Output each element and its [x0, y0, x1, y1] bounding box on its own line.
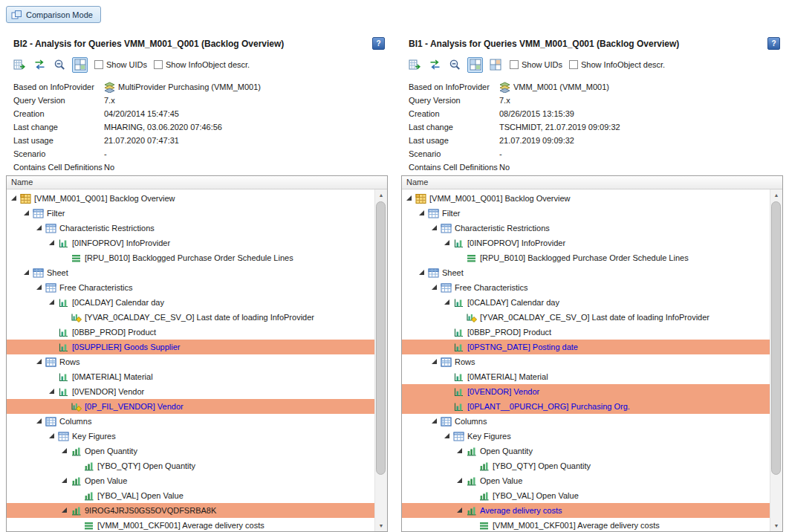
- tree-node[interactable]: Characteristic Restrictions: [402, 221, 770, 236]
- checkbox-box[interactable]: [94, 60, 103, 69]
- expander-icon[interactable]: [48, 387, 56, 396]
- tree-node[interactable]: Free Characteristics: [402, 280, 770, 295]
- tree-node[interactable]: [YVAR_0CALDAY_CE_SV_O] Last date of load…: [402, 310, 770, 325]
- help-icon[interactable]: ?: [372, 37, 385, 50]
- expander-icon[interactable]: [48, 239, 56, 247]
- expander-icon[interactable]: [35, 417, 44, 426]
- tree-node[interactable]: Filter: [402, 206, 770, 221]
- scroll-up-icon[interactable]: ▲: [375, 189, 387, 201]
- help-icon[interactable]: ?: [767, 37, 780, 50]
- grid-plain-icon[interactable]: [487, 57, 503, 73]
- tree-node[interactable]: Filter: [7, 206, 375, 221]
- expander-icon[interactable]: [455, 506, 464, 515]
- grid-selected-icon[interactable]: [72, 57, 88, 73]
- transfer-icon[interactable]: [427, 57, 443, 73]
- tree-node[interactable]: [0INFOPROV] InfoProvider: [402, 236, 770, 250]
- tree-node[interactable]: Columns: [7, 414, 375, 429]
- tree-node[interactable]: Characteristic Restrictions: [7, 221, 375, 236]
- tree-node[interactable]: [VMM_M001_CKF001] Average delivery costs: [7, 518, 375, 531]
- scroll-down-icon[interactable]: ▼: [770, 520, 782, 531]
- tree-node[interactable]: [YBO_QTY] Open Quantity: [7, 458, 375, 473]
- expander-icon[interactable]: [430, 224, 439, 233]
- tree-node[interactable]: 9IROG4JRJS0GS5OVQDFSRBA8K: [7, 503, 375, 518]
- scrollbar[interactable]: ▲ ▼: [770, 189, 782, 531]
- scroll-thumb[interactable]: [771, 201, 781, 475]
- tree-node[interactable]: Open Quantity: [402, 444, 770, 458]
- expander-icon[interactable]: [35, 357, 44, 366]
- expander-icon[interactable]: [418, 268, 426, 277]
- tree-node[interactable]: Open Value: [7, 473, 375, 488]
- tree-node[interactable]: Sheet: [7, 265, 375, 280]
- expander-icon[interactable]: [405, 194, 414, 203]
- export-icon[interactable]: [407, 57, 423, 73]
- grid-selected-icon[interactable]: [467, 57, 483, 73]
- expander-icon[interactable]: [60, 476, 69, 485]
- expander-icon[interactable]: [430, 283, 439, 292]
- checkbox-show-infoobject-descr[interactable]: Show InfoObject descr.: [154, 60, 250, 69]
- checkbox-box[interactable]: [154, 60, 163, 69]
- tree-node[interactable]: [VMM_M001_Q001] Backlog Overview: [402, 191, 770, 206]
- tree-node[interactable]: [0VENDOR] Vendor: [7, 384, 375, 399]
- scrollbar[interactable]: ▲ ▼: [374, 189, 387, 531]
- tree-node[interactable]: [0BBP_PROD] Product: [402, 325, 770, 340]
- tree-node[interactable]: [VMM_M001_CKF001] Average delivery costs: [402, 518, 770, 531]
- tree-node[interactable]: Sheet: [402, 265, 770, 280]
- tree-node[interactable]: [0VENDOR] Vendor: [402, 384, 770, 399]
- expander-icon[interactable]: [430, 417, 439, 426]
- tree-node[interactable]: [VMM_M001_Q001] Backlog Overview: [7, 191, 375, 206]
- tree-node[interactable]: [0SUPPLIER] Goods Supplier: [7, 340, 375, 354]
- tree-node[interactable]: [0CALDAY] Calendar day: [402, 295, 770, 310]
- expander-icon[interactable]: [443, 239, 452, 247]
- expander-icon[interactable]: [48, 298, 56, 307]
- checkbox-show-uids[interactable]: Show UIDs: [510, 60, 562, 69]
- tree-node[interactable]: [YBO_VAL] Open Value: [402, 488, 770, 503]
- expander-icon[interactable]: [443, 432, 452, 441]
- tree-node[interactable]: Key Figures: [402, 429, 770, 444]
- tree-node[interactable]: Open Value: [402, 473, 770, 488]
- expander-icon[interactable]: [22, 268, 31, 277]
- scroll-up-icon[interactable]: ▲: [770, 189, 782, 201]
- expander-icon[interactable]: [455, 476, 464, 485]
- checkbox-show-uids[interactable]: Show UIDs: [94, 60, 147, 69]
- checkbox-show-infoobject-descr[interactable]: Show InfoObject descr.: [569, 60, 665, 69]
- expander-icon[interactable]: [48, 432, 56, 441]
- tree-node[interactable]: [0PLANT__0PURCH_ORG] Purchasing Org.: [402, 399, 770, 414]
- expander-icon[interactable]: [60, 506, 69, 515]
- tree-node[interactable]: [0P_FIL_VENDOR] Vendor: [7, 399, 375, 414]
- tree-node[interactable]: Rows: [7, 354, 375, 369]
- tree-node[interactable]: [RPU_B010] Backlogged Purchase Order Sch…: [7, 250, 375, 265]
- tree-node[interactable]: Open Quantity: [7, 444, 375, 458]
- comparison-mode-button[interactable]: Comparison Mode: [6, 6, 101, 23]
- transfer-icon[interactable]: [32, 57, 48, 73]
- tree-node[interactable]: [0INFOPROV] InfoProvider: [7, 236, 375, 250]
- expander-icon[interactable]: [10, 194, 19, 203]
- tree-node[interactable]: [0PSTNG_DATE] Posting date: [402, 340, 770, 354]
- tree-node[interactable]: [RPU_B010] Backlogged Purchase Order Sch…: [402, 250, 770, 265]
- expander-icon[interactable]: [455, 447, 464, 455]
- tree-node[interactable]: [0MATERIAL] Material: [402, 369, 770, 384]
- tree-node[interactable]: [YVAR_0CALDAY_CE_SV_O] Last date of load…: [7, 310, 375, 325]
- expander-icon[interactable]: [60, 447, 69, 455]
- tree-node[interactable]: [0CALDAY] Calendar day: [7, 295, 375, 310]
- tree-node[interactable]: Average delivery costs: [402, 503, 770, 518]
- expander-icon[interactable]: [35, 283, 44, 292]
- tree-node[interactable]: [0MATERIAL] Material: [7, 369, 375, 384]
- tree-node[interactable]: [0BBP_PROD] Product: [7, 325, 375, 340]
- expander-icon[interactable]: [22, 209, 31, 218]
- expander-icon[interactable]: [430, 357, 439, 366]
- expander-icon[interactable]: [418, 209, 426, 218]
- tree-node[interactable]: Columns: [402, 414, 770, 429]
- checkbox-box[interactable]: [510, 60, 519, 69]
- checkbox-box[interactable]: [569, 60, 578, 69]
- export-icon[interactable]: [12, 57, 27, 73]
- tree-node[interactable]: [YBO_VAL] Open Value: [7, 488, 375, 503]
- tree-node[interactable]: Rows: [402, 354, 770, 369]
- tree-node[interactable]: [YBO_QTY] Open Quantity: [402, 458, 770, 473]
- expander-icon[interactable]: [35, 224, 44, 233]
- tree-node[interactable]: Key Figures: [7, 429, 375, 444]
- zoom-out-icon[interactable]: [447, 57, 463, 73]
- expander-icon[interactable]: [443, 298, 452, 307]
- scroll-down-icon[interactable]: ▼: [375, 520, 387, 531]
- tree-node[interactable]: Free Characteristics: [7, 280, 375, 295]
- scroll-thumb[interactable]: [376, 201, 386, 475]
